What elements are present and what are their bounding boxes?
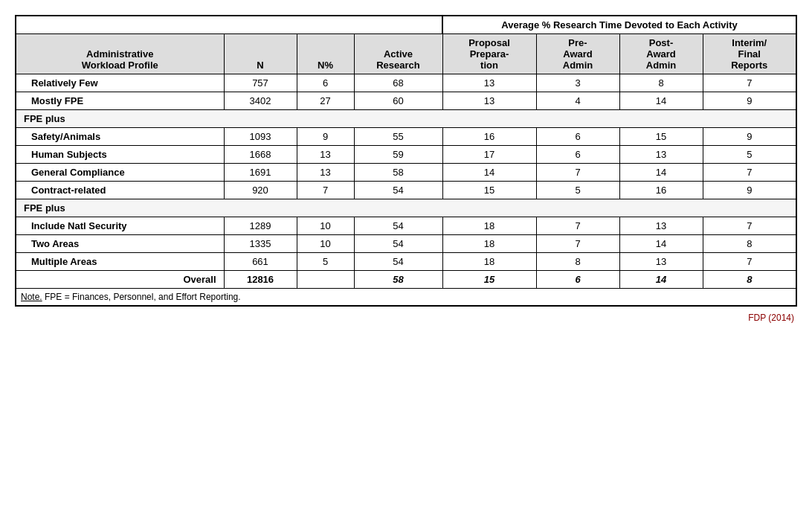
row-profile-cell: Two Areas: [16, 235, 224, 253]
overall-data-cell: 12816: [224, 271, 297, 289]
row-profile-cell: Mostly FPE: [16, 92, 224, 110]
overall-data-cell: 15: [442, 271, 536, 289]
data-row: Relatively Few75766813387: [16, 74, 796, 92]
row-data-cell: 54: [354, 253, 442, 271]
row-data-cell: 5: [703, 146, 796, 164]
row-data-cell: 14: [619, 164, 703, 182]
row-data-cell: 3402: [224, 92, 297, 110]
row-data-cell: 68: [354, 74, 442, 92]
table-body: Relatively Few75766813387Mostly FPE34022…: [16, 74, 796, 307]
row-data-cell: 3: [536, 74, 619, 92]
row-data-cell: 6: [297, 74, 354, 92]
row-data-cell: 27: [297, 92, 354, 110]
row-data-cell: 1289: [224, 217, 297, 235]
row-data-cell: 1093: [224, 128, 297, 146]
note-row: Note. FPE = Finances, Personnel, and Eff…: [16, 289, 796, 307]
row-data-cell: 13: [297, 146, 354, 164]
row-data-cell: 5: [297, 253, 354, 271]
col-proposal-prep: ProposalPrepara-tion: [442, 34, 536, 74]
section-header-row: FPE plus: [16, 199, 796, 217]
fdp-credit: FDP (2014): [15, 313, 797, 323]
row-data-cell: 14: [619, 235, 703, 253]
row-data-cell: 13: [442, 74, 536, 92]
section-header-cell: FPE plus: [16, 110, 796, 128]
avg-header-cell: Average % Research Time Devoted to Each …: [442, 16, 796, 34]
col-interim-final: Interim/FinalReports: [703, 34, 796, 74]
row-data-cell: 17: [442, 146, 536, 164]
row-data-cell: 661: [224, 253, 297, 271]
row-data-cell: 6: [536, 146, 619, 164]
note-cell: Note. FPE = Finances, Personnel, and Eff…: [16, 289, 796, 307]
row-data-cell: 7: [703, 164, 796, 182]
main-table: Average % Research Time Devoted to Each …: [15, 15, 797, 307]
col-pre-award: Pre-AwardAdmin: [536, 34, 619, 74]
row-profile-cell: Safety/Animals: [16, 128, 224, 146]
row-data-cell: 13: [619, 217, 703, 235]
overall-data-cell: 6: [536, 271, 619, 289]
row-profile-cell: Multiple Areas: [16, 253, 224, 271]
data-row: Include Natl Security12891054187137: [16, 217, 796, 235]
row-data-cell: 9: [703, 182, 796, 199]
row-data-cell: 7: [536, 164, 619, 182]
data-row: Multiple Areas661554188137: [16, 253, 796, 271]
col-npct: N%: [297, 34, 354, 74]
row-data-cell: 60: [354, 92, 442, 110]
row-profile-cell: Contract-related: [16, 182, 224, 199]
row-profile-cell: Relatively Few: [16, 74, 224, 92]
overall-data-cell: [297, 271, 354, 289]
col-profile: AdministrativeWorkload Profile: [16, 34, 224, 74]
row-data-cell: 8: [703, 235, 796, 253]
row-data-cell: 7: [536, 235, 619, 253]
row-data-cell: 15: [442, 182, 536, 199]
row-data-cell: 58: [354, 164, 442, 182]
row-data-cell: 757: [224, 74, 297, 92]
overall-data-cell: 8: [703, 271, 796, 289]
row-profile-cell: General Compliance: [16, 164, 224, 182]
row-data-cell: 7: [536, 217, 619, 235]
row-data-cell: 13: [619, 146, 703, 164]
row-data-cell: 18: [442, 235, 536, 253]
row-data-cell: 18: [442, 253, 536, 271]
row-data-cell: 4: [536, 92, 619, 110]
col-headers-row: AdministrativeWorkload Profile N N% Acti…: [16, 34, 796, 74]
row-data-cell: 1668: [224, 146, 297, 164]
col-active-research: ActiveResearch: [354, 34, 442, 74]
data-row: General Compliance16911358147147: [16, 164, 796, 182]
row-data-cell: 59: [354, 146, 442, 164]
row-data-cell: 10: [297, 217, 354, 235]
row-data-cell: 920: [224, 182, 297, 199]
row-data-cell: 13: [619, 253, 703, 271]
row-data-cell: 54: [354, 217, 442, 235]
row-profile-cell: Human Subjects: [16, 146, 224, 164]
row-data-cell: 5: [536, 182, 619, 199]
data-row: Human Subjects16681359176135: [16, 146, 796, 164]
col-post-award: Post-AwardAdmin: [619, 34, 703, 74]
row-profile-cell: Include Natl Security: [16, 217, 224, 235]
section-header-cell: FPE plus: [16, 199, 796, 217]
row-data-cell: 9: [703, 128, 796, 146]
overall-label-cell: Overall: [16, 271, 224, 289]
row-data-cell: 8: [536, 253, 619, 271]
top-header-row: Average % Research Time Devoted to Each …: [16, 16, 796, 34]
data-row: Mostly FPE34022760134149: [16, 92, 796, 110]
row-data-cell: 18: [442, 217, 536, 235]
page-wrapper: Average % Research Time Devoted to Each …: [15, 15, 797, 323]
data-row: Contract-related920754155169: [16, 182, 796, 199]
row-data-cell: 16: [619, 182, 703, 199]
col-n: N: [224, 34, 297, 74]
overall-row: Overall1281658156148: [16, 271, 796, 289]
row-data-cell: 8: [619, 74, 703, 92]
row-data-cell: 13: [442, 92, 536, 110]
row-data-cell: 14: [619, 92, 703, 110]
row-data-cell: 7: [703, 253, 796, 271]
section-header-row: FPE plus: [16, 110, 796, 128]
row-data-cell: 54: [354, 182, 442, 199]
overall-data-cell: 14: [619, 271, 703, 289]
data-row: Two Areas13351054187148: [16, 235, 796, 253]
data-row: Safety/Animals1093955166159: [16, 128, 796, 146]
row-data-cell: 7: [703, 217, 796, 235]
row-data-cell: 14: [442, 164, 536, 182]
overall-data-cell: 58: [354, 271, 442, 289]
row-data-cell: 1691: [224, 164, 297, 182]
row-data-cell: 9: [703, 92, 796, 110]
